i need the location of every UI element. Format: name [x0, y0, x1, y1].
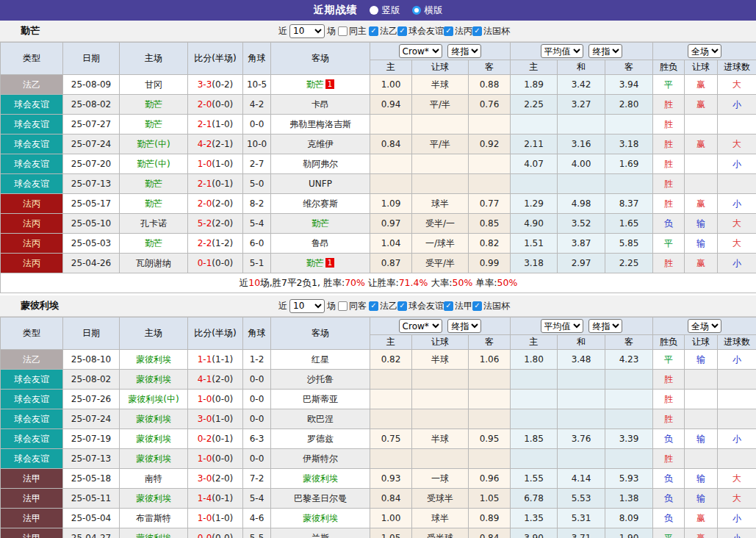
avg-away-odds: 1.69 — [605, 154, 653, 174]
checkbox-icon[interactable] — [369, 301, 378, 311]
checkbox-icon[interactable] — [444, 301, 453, 311]
result-handicap: 赢 — [685, 75, 718, 95]
column-header-corner: 角球 — [243, 318, 271, 350]
fulltime-score: 5-2 — [198, 218, 212, 229]
league-filter[interactable]: 法甲 — [444, 300, 472, 312]
avg-time-select[interactable]: 终指 — [588, 319, 622, 333]
league-filter[interactable]: 球会友谊 — [397, 300, 444, 312]
checkbox-icon[interactable] — [472, 26, 482, 36]
corner-cell: 0-0 — [243, 390, 271, 409]
handicap-home-odds — [370, 370, 412, 390]
subheader-goals-result: 进球数 — [718, 335, 756, 350]
same-venue-filter[interactable]: 同主 — [338, 25, 367, 37]
avg-draw-odds: 3.42 — [558, 75, 605, 95]
corner-cell: 1-2 — [243, 350, 271, 370]
match-rows: 法乙25-08-10蒙彼利埃1-1(1-1)1-2红星0.82半球1.061.8… — [1, 350, 756, 538]
match-date: 25-07-27 — [63, 115, 120, 134]
result-outcome: 平 — [653, 234, 685, 254]
match-date: 25-05-04 — [63, 509, 120, 528]
halftime-score: (2-1) — [212, 139, 233, 149]
league-filter[interactable]: 球会友谊 — [397, 25, 444, 37]
checkbox-icon[interactable] — [472, 301, 482, 311]
league-filter-label: 法国杯 — [483, 25, 510, 37]
halftime-score: (0-1) — [212, 179, 233, 189]
league-filter[interactable]: 法乙 — [369, 25, 397, 37]
result-outcome: 胜 — [653, 115, 685, 134]
match-row: 球会友谊25-07-13勤芒2-1(0-1)5-0UNFP胜 — [1, 174, 756, 194]
odds-time-select[interactable]: 终指 — [447, 44, 481, 58]
away-team: 巴斯蒂亚 — [271, 390, 370, 409]
handicap-home-odds: 0.87 — [370, 254, 412, 273]
column-header-home: 主场 — [120, 318, 188, 350]
avg-time-select[interactable]: 终指 — [588, 44, 622, 58]
away-team: 卡昂 — [271, 95, 370, 115]
score-cell: 3-3(0-2) — [188, 75, 243, 95]
checkbox-icon[interactable] — [397, 301, 407, 311]
subheader-avg-draw: 和 — [558, 60, 605, 75]
handicap-away-odds: 0.85 — [469, 214, 511, 234]
subheader-handicap-home: 主 — [370, 60, 412, 75]
subheader-handicap-away: 客 — [469, 60, 511, 75]
league-filter[interactable]: 法国杯 — [472, 300, 510, 312]
league-filter[interactable]: 法丙 — [444, 25, 472, 37]
avg-away-odds: 2.80 — [605, 95, 653, 115]
radio-selected-icon[interactable] — [412, 6, 421, 15]
corner-cell: 4-2 — [243, 95, 271, 115]
odds-source-select[interactable]: Crow* — [399, 319, 442, 333]
handicap-line — [412, 154, 469, 174]
avg-source-select[interactable]: 平均值 — [541, 319, 583, 333]
result-goals: 小 — [718, 350, 756, 370]
league-filter[interactable]: 法国杯 — [472, 25, 510, 37]
odds-source-select[interactable]: Crow* — [399, 44, 442, 58]
avg-draw-odds: 4.14 — [558, 469, 605, 489]
match-row: 法甲25-05-18南特3-0(2-0)7-2蒙彼利埃0.93一球0.961.5… — [1, 469, 756, 489]
avg-home-odds — [511, 449, 558, 469]
same-venue-checkbox-icon[interactable] — [338, 301, 348, 311]
avg-home-odds: 6.78 — [511, 489, 558, 509]
scope-select[interactable]: 全场 — [688, 44, 721, 58]
league-filter-label: 法甲 — [455, 300, 472, 312]
avg-away-odds — [605, 409, 653, 429]
handicap-home-odds — [370, 390, 412, 409]
away-team: 勤芒 — [271, 214, 370, 234]
avg-source-select[interactable]: 平均值 — [541, 44, 583, 58]
home-team: 蒙彼利埃 — [120, 429, 188, 449]
match-count-select[interactable]: 10 — [289, 299, 325, 313]
match-date: 25-04-26 — [63, 254, 120, 273]
checkbox-icon[interactable] — [444, 26, 453, 36]
same-venue-filter[interactable]: 同客 — [338, 300, 367, 312]
result-goals: 小 — [718, 429, 756, 449]
handicap-home-odds: 0.97 — [370, 214, 412, 234]
avg-draw-odds — [558, 449, 605, 469]
match-date: 25-07-20 — [63, 154, 120, 174]
away-team: 巴黎圣日尔曼 — [271, 489, 370, 509]
near-label: 近 — [278, 300, 287, 312]
summary-part: 10 — [248, 277, 260, 288]
away-team: 欧巴涅 — [271, 409, 370, 429]
odds-time-select[interactable]: 终指 — [447, 319, 481, 333]
avg-home-odds — [511, 174, 558, 194]
match-count-select[interactable]: 10 — [289, 24, 325, 38]
league-filter-label: 法丙 — [455, 25, 472, 37]
summary-part: 大率: — [428, 277, 452, 288]
handicap-away-odds: 0.92 — [469, 134, 511, 154]
checkbox-icon[interactable] — [369, 26, 378, 36]
result-outcome: 负 — [653, 214, 685, 234]
avg-home-odds — [511, 370, 558, 390]
home-team: 勤芒 — [120, 95, 188, 115]
scope-select[interactable]: 全场 — [688, 319, 721, 333]
radio-unselected-icon[interactable] — [370, 6, 378, 15]
checkbox-icon[interactable] — [397, 26, 407, 36]
avg-away-odds: 8.09 — [605, 509, 653, 528]
away-team: UNFP — [271, 174, 370, 194]
layout-vertical-option[interactable]: 竖版 — [370, 4, 400, 17]
handicap-line: 一/球半 — [412, 234, 469, 254]
layout-horizontal-option[interactable]: 横版 — [412, 4, 443, 17]
match-date: 25-08-09 — [63, 75, 120, 95]
result-handicap: 赢 — [685, 95, 718, 115]
home-team: 蒙彼利埃(中) — [120, 390, 188, 409]
summary-part: 70% — [345, 277, 365, 288]
avg-home-odds — [511, 390, 558, 409]
league-filter[interactable]: 法乙 — [369, 300, 397, 312]
same-venue-checkbox-icon[interactable] — [338, 26, 348, 36]
